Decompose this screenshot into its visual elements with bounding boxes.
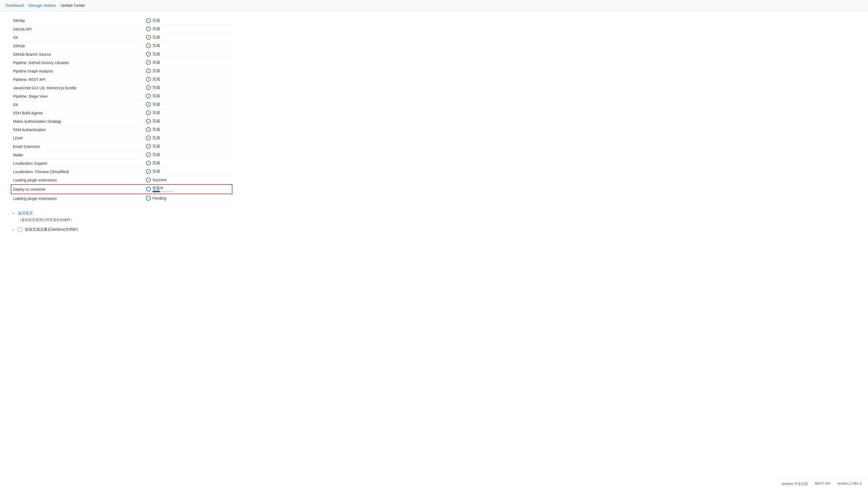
table-row: Git✓完成	[11, 33, 232, 42]
plugin-name: JavaScript GUI Lib: Moment.js bundle	[11, 84, 144, 92]
plugin-status-cell: ✓完成	[144, 33, 232, 42]
breadcrumb-sep-1: ›	[26, 3, 27, 7]
status-text: 完成	[152, 136, 160, 140]
breadcrumb-sep-2: ›	[58, 3, 59, 7]
plugin-status-cell: ✓完成	[144, 58, 232, 67]
plugin-status-cell: ✓完成	[144, 50, 232, 58]
plugin-status-cell: ···Pending	[144, 194, 232, 203]
plugin-name: Pipeline: GitHub Groovy Libraries	[11, 58, 144, 67]
plugin-name: Mailer	[11, 151, 144, 159]
breadcrumb-manage-jenkins[interactable]: Manage Jenkins	[28, 3, 56, 7]
table-row: Pipeline: Stage View✓完成	[11, 92, 232, 100]
table-row: Loading plugin extensions···Pending	[11, 194, 232, 203]
status-text: 完成	[152, 119, 160, 124]
table-row: GitHub API✓完成	[11, 25, 232, 33]
breadcrumb-current: Update Center	[61, 3, 85, 7]
plugin-status-cell: ···安装中	[144, 184, 232, 194]
table-row: LDAP✓完成	[11, 134, 232, 142]
table-row: Pipeline: REST API✓完成	[11, 75, 232, 84]
table-row: Git✓完成	[11, 100, 232, 109]
plugin-name: GitHub API	[11, 25, 144, 33]
plugin-status-cell: ✓完成	[144, 67, 232, 75]
status-text: Success	[152, 178, 167, 182]
plugin-name: Localization Support	[11, 159, 144, 167]
plugin-name: GitHub Branch Source	[11, 50, 144, 58]
success-icon: ✓	[146, 52, 151, 57]
breadcrumb-dashboard[interactable]: Dashboard	[5, 3, 24, 7]
success-icon: ✓	[146, 144, 151, 149]
plugin-name: Localization: Chinese (Simplified)	[11, 167, 144, 176]
status-text: 完成	[152, 169, 160, 174]
plugin-status-cell: ✓完成	[144, 75, 232, 84]
back-arrow-icon: →	[11, 211, 15, 216]
main-content: OkHttp✓完成GitHub API✓完成Git✓完成GitHub✓完成Git…	[0, 11, 243, 237]
plugin-name: Git	[11, 33, 144, 42]
status-text: 安装中	[152, 186, 164, 190]
plugin-name: Git	[11, 100, 144, 109]
back-link[interactable]: 返回首页	[18, 211, 33, 216]
table-row: Deploy to container···安装中	[11, 184, 232, 194]
table-row: Pipeline Graph Analysis✓完成	[11, 67, 232, 75]
restart-checkbox-row: → 安装完成后重启Jenkins(空闲时)	[11, 227, 232, 232]
plugin-table: OkHttp✓完成GitHub API✓完成Git✓完成GitHub✓完成Git…	[11, 17, 232, 203]
plugin-status-cell: ✓完成	[144, 100, 232, 109]
table-row: GitHub Branch Source✓完成	[11, 50, 232, 58]
plugin-status-cell: ✓完成	[144, 151, 232, 159]
plugin-name: Matrix Authorization Strategy	[11, 117, 144, 125]
success-icon: ✓	[146, 136, 151, 140]
plugin-status-cell: ✓Success	[144, 176, 232, 184]
success-icon: ✓	[146, 27, 151, 31]
plugin-status-cell: ✓完成	[144, 125, 232, 134]
success-icon: ✓	[146, 110, 151, 115]
back-link-row: → 返回首页	[11, 211, 232, 216]
status-text: 完成	[152, 68, 160, 73]
plugin-name: PAM Authentication	[11, 125, 144, 134]
plugin-status-cell: ✓完成	[144, 42, 232, 50]
plugin-status-cell: ✓完成	[144, 142, 232, 151]
success-icon: ✓	[146, 18, 151, 23]
plugin-name: LDAP	[11, 134, 144, 142]
back-link-subtext: （返回首页使用已经安装好的插件）	[18, 218, 232, 222]
success-icon: ✓	[146, 85, 151, 90]
status-text: 完成	[152, 27, 160, 31]
installing-icon: ···	[146, 186, 151, 192]
plugin-name: Deploy to container	[11, 184, 144, 194]
table-row: Matrix Authorization Strategy✓完成	[11, 117, 232, 125]
success-icon: ✓	[146, 169, 151, 174]
success-icon: ✓	[146, 68, 151, 73]
table-row: Pipeline: GitHub Groovy Libraries✓完成	[11, 58, 232, 67]
table-row: OkHttp✓完成	[11, 17, 232, 25]
status-text: 完成	[152, 93, 160, 98]
plugin-status-cell: ✓完成	[144, 109, 232, 117]
status-text: 完成	[152, 18, 160, 23]
plugin-name: Pipeline: REST API	[11, 75, 144, 84]
status-text: 完成	[152, 110, 160, 115]
plugin-status-cell: ✓完成	[144, 167, 232, 176]
success-icon: ✓	[146, 35, 151, 40]
status-text: 完成	[152, 60, 160, 65]
table-row: Localization Support✓完成	[11, 159, 232, 167]
table-row: JavaScript GUI Lib: Moment.js bundle✓完成	[11, 84, 232, 92]
plugin-name: Email Extension	[11, 142, 144, 151]
plugin-status-cell: ✓完成	[144, 84, 232, 92]
status-text: 完成	[152, 77, 160, 82]
table-row: Email Extension✓完成	[11, 142, 232, 151]
plugin-status-cell: ✓完成	[144, 25, 232, 33]
progress-bar-fill	[152, 191, 160, 192]
success-icon: ✓	[146, 93, 151, 98]
restart-checkbox[interactable]	[18, 227, 22, 232]
plugin-status-cell: ✓完成	[144, 92, 232, 100]
plugin-name: Pipeline Graph Analysis	[11, 67, 144, 75]
status-text: 完成	[152, 152, 160, 157]
success-icon: ✓	[146, 102, 151, 107]
success-icon: ✓	[146, 127, 151, 132]
plugin-status-cell: ✓完成	[144, 159, 232, 167]
pending-icon: ···	[146, 196, 151, 201]
table-row: Loading plugin extensions✓Success	[11, 176, 232, 184]
restart-arrow-icon: →	[11, 227, 15, 232]
status-text: 完成	[152, 161, 160, 166]
status-text: 完成	[152, 43, 160, 48]
success-icon: ✓	[146, 161, 151, 166]
plugin-name: Pipeline: Stage View	[11, 92, 144, 100]
success-icon: ✓	[146, 119, 151, 124]
